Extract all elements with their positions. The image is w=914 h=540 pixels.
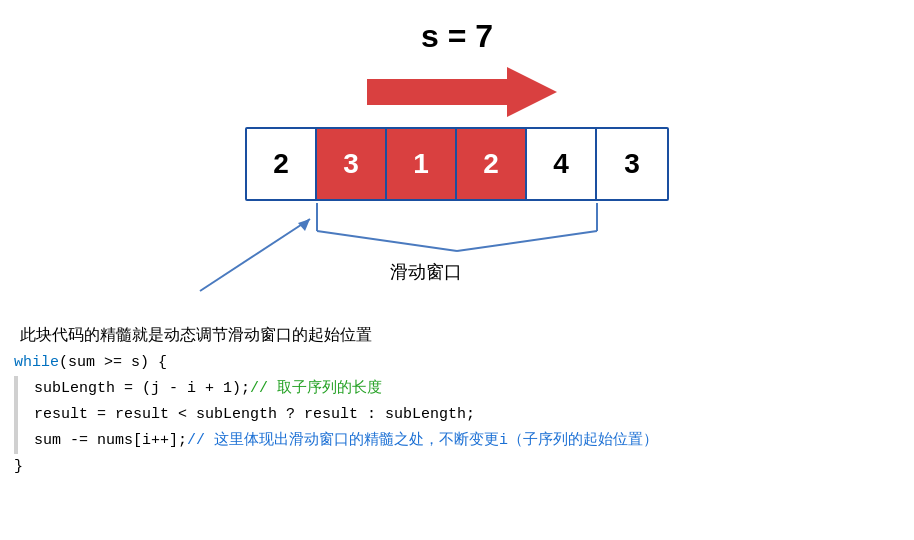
array-cell-2: 1 [387,129,457,199]
right-arrow-icon [357,65,557,119]
line4-code: sum -= nums[i++]; [34,428,187,454]
annotation-text: 此块代码的精髓就是动态调节滑动窗口的起始位置 [20,325,914,346]
line4-comment: // 这里体现出滑动窗口的精髓之处，不断变更i（子序列的起始位置） [187,428,658,454]
code-line-1: while (sum >= s) { [14,350,914,376]
svg-line-2 [317,231,457,251]
title: s = 7 [0,0,914,55]
bracket-arrow-svg [0,201,914,301]
svg-marker-0 [367,67,557,117]
sliding-window-label: 滑动窗口 [390,260,462,284]
line3-code: result = result < subLength ? result : s… [34,402,475,428]
array-cell-1: 3 [317,129,387,199]
code-line-5: } [14,454,914,480]
array-cell-3: 2 [457,129,527,199]
code-line-2: subLength = (j - i + 1); // 取子序列的长度 [14,376,914,402]
code-line-4: sum -= nums[i++]; // 这里体现出滑动窗口的精髓之处，不断变更… [14,428,914,454]
code-block: while (sum >= s) { subLength = (j - i + … [14,350,914,479]
array-cell-5: 3 [597,129,667,199]
svg-line-5 [200,219,310,291]
arrow-container [0,65,914,119]
while-keyword: while [14,350,59,376]
line1-rest: (sum >= s) { [59,350,167,376]
line2-code: subLength = (j - i + 1); [34,376,250,402]
indent-bar-3 [14,428,18,454]
code-line-3: result = result < subLength ? result : s… [14,402,914,428]
line2-comment: // 取子序列的长度 [250,376,382,402]
indent-bar-2 [14,402,18,428]
svg-marker-6 [298,219,310,231]
array-cell-4: 4 [527,129,597,199]
array-cell-0: 2 [247,129,317,199]
array-container: 231243 [245,127,669,201]
indent-bar [14,376,18,402]
array-wrapper: 231243 [0,127,914,201]
bracket-area-container: 滑动窗口 [0,201,914,301]
closing-brace: } [14,454,23,480]
svg-line-4 [457,231,597,251]
